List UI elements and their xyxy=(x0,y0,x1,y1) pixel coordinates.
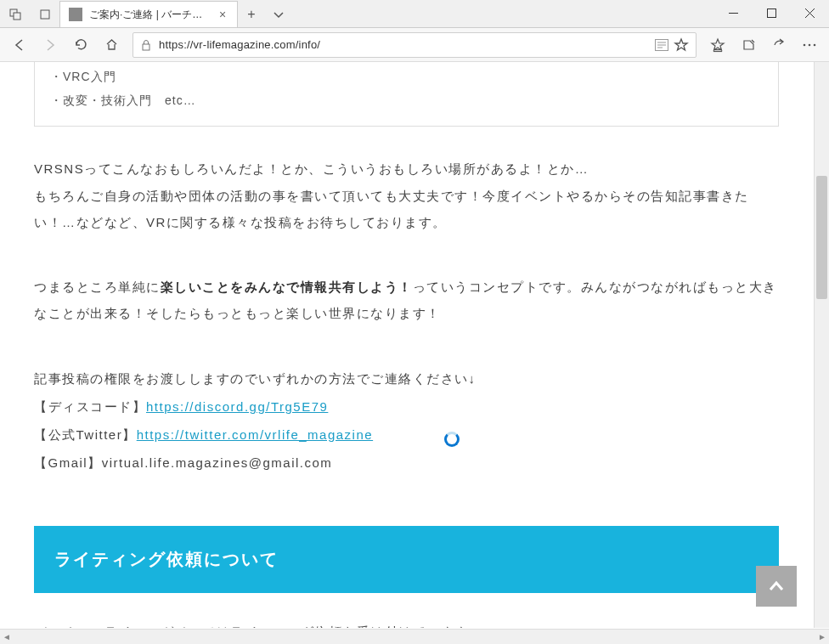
box-line: ・VRC入門 xyxy=(50,65,763,88)
contact-block: 記事投稿の権限をお渡ししますのでいずれかの方法でご連絡ください↓ 【ディスコード… xyxy=(34,364,779,477)
titlebar: ご案内·ご連絡 | バーチャル × + xyxy=(0,0,829,28)
notes-icon[interactable] xyxy=(734,31,763,59)
text-bold: 楽しいことをみんなで情報共有しよう！ xyxy=(161,280,413,294)
favicon xyxy=(69,8,82,21)
app-icon-1[interactable] xyxy=(0,1,30,27)
refresh-button[interactable] xyxy=(66,31,95,59)
text: つまるところ単純に xyxy=(34,280,161,294)
home-button[interactable] xyxy=(97,31,126,59)
page-content: ・VRC入門 ・改変・技術入門 etc… VRSNSってこんなおもしろいんだよ！… xyxy=(0,62,813,628)
text: もちろんご自身の活動や団体の活動の事を書いて頂いても大丈夫です！今度イベントやる… xyxy=(34,189,749,230)
maximize-button[interactable] xyxy=(753,0,791,26)
tab-close-icon[interactable]: × xyxy=(217,8,228,20)
discord-label: 【ディスコード】 xyxy=(34,399,146,414)
more-icon[interactable] xyxy=(795,31,824,59)
address-bar[interactable]: https://vr-lifemagazine.com/info/ xyxy=(133,32,696,58)
tab-title: ご案内·ご連絡 | バーチャル xyxy=(89,8,210,22)
close-window-button[interactable] xyxy=(791,0,829,26)
paragraph: VRSNSってこんなおもしろいんだよ！とか、こういうおもしろい場所があるよ！とか… xyxy=(34,155,779,236)
lock-icon xyxy=(133,39,159,51)
share-icon[interactable] xyxy=(764,31,793,59)
scroll-to-top-button[interactable] xyxy=(756,566,797,607)
new-tab-button[interactable]: + xyxy=(238,1,265,27)
horizontal-scrollbar[interactable]: ◄ ► xyxy=(0,629,829,644)
svg-rect-1 xyxy=(14,13,20,20)
svg-point-15 xyxy=(809,43,811,46)
info-box: ・VRC入門 ・改変・技術入門 etc… xyxy=(34,62,779,127)
gmail-label: 【Gmail】 xyxy=(34,455,102,470)
app-icon-2[interactable] xyxy=(30,1,59,27)
svg-point-16 xyxy=(814,43,816,46)
tab-chevron-icon[interactable] xyxy=(265,1,292,27)
gmail-value: virtual.life.magazines@gmail.com xyxy=(102,455,333,470)
forward-button xyxy=(36,31,65,59)
discord-link[interactable]: https://discord.gg/Trg5E79 xyxy=(146,399,328,414)
section-banner: ライティング依頼について xyxy=(34,526,779,593)
back-button[interactable] xyxy=(5,31,34,59)
scrollbar-thumb[interactable] xyxy=(816,176,827,299)
paragraph: バーチャルライフマガジンではライティング依頼を受け付けています。 xyxy=(34,619,779,629)
text: VRSNSってこんなおもしろいんだよ！とか、こういうおもしろい場所があるよ！とか… xyxy=(34,161,589,176)
url-text: https://vr-lifemagazine.com/info/ xyxy=(159,38,648,51)
toolbar: https://vr-lifemagazine.com/info/ xyxy=(0,28,829,62)
favorite-star-icon[interactable] xyxy=(674,37,689,53)
scroll-left-icon[interactable]: ◄ xyxy=(3,632,11,641)
svg-rect-4 xyxy=(768,9,776,18)
svg-point-14 xyxy=(804,43,806,46)
twitter-label: 【公式Twitter】 xyxy=(34,427,137,442)
scroll-right-icon[interactable]: ► xyxy=(818,632,826,641)
loading-spinner-icon xyxy=(444,432,460,447)
svg-rect-2 xyxy=(41,10,49,19)
paragraph: つまるところ単純に楽しいことをみんなで情報共有しよう！っていうコンセプトです。み… xyxy=(34,274,779,327)
reader-icon[interactable] xyxy=(655,39,668,51)
favorites-list-icon[interactable] xyxy=(703,31,732,59)
svg-rect-7 xyxy=(143,44,149,50)
twitter-link[interactable]: https://twitter.com/vrlife_magazine xyxy=(137,427,373,442)
box-line: ・改変・技術入門 etc… xyxy=(50,88,763,112)
contact-intro: 記事投稿の権限をお渡ししますのでいずれかの方法でご連絡ください↓ xyxy=(34,364,779,393)
browser-tab[interactable]: ご案内·ご連絡 | バーチャル × xyxy=(59,1,238,27)
vertical-scrollbar[interactable] xyxy=(814,62,829,628)
minimize-button[interactable] xyxy=(714,0,753,26)
